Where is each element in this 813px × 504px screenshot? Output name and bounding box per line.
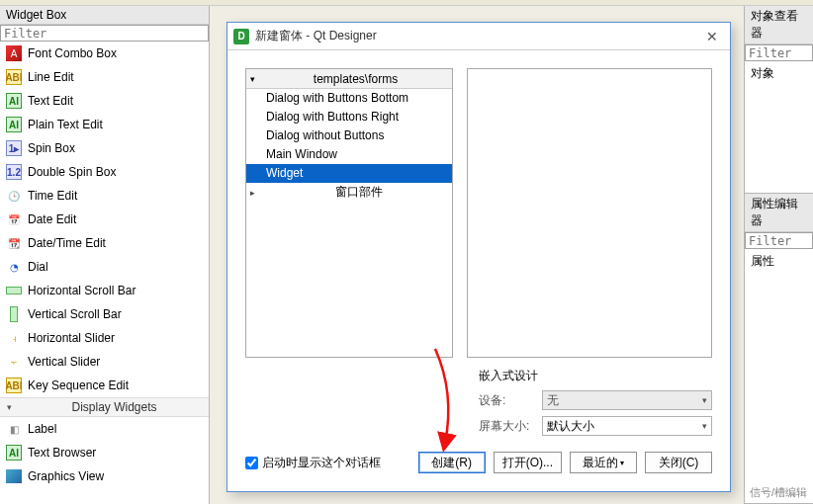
tree-group-widgets[interactable]: ▸ 窗口部件 [246,183,452,202]
tree-header-templates[interactable]: ▾ templates\forms [246,69,452,89]
close-button[interactable]: 关闭(C) [645,452,712,473]
widget-item-text-edit[interactable]: AIText Edit [0,89,209,113]
hscroll-icon [6,283,22,298]
tree-group-label: 窗口部件 [266,184,452,201]
widget-label: Text Browser [28,446,96,460]
embedded-design-section: 嵌入式设计 设备: 无▾ 屏幕大小: 默认大小▾ [245,368,712,436]
plaintext-icon: AI [6,117,22,132]
calendar-icon: 📅 [6,211,22,227]
recent-button[interactable]: 最近的▾ [570,452,637,473]
widget-item-graphics-view[interactable]: Graphics View [0,464,209,488]
widget-label: Date Edit [28,212,76,226]
keyseq-icon: ABI [6,378,22,393]
tree-item-main-window[interactable]: Main Window [246,145,452,164]
dialog-titlebar[interactable]: D 新建窗体 - Qt Designer ✕ [227,23,730,50]
widget-item-double-spin-box[interactable]: 1.2Double Spin Box [0,160,209,184]
widget-item-datetime-edit[interactable]: 📆Date/Time Edit [0,231,209,255]
chevron-down-icon: ▾ [702,395,707,405]
screen-size-combo[interactable]: 默认大小▾ [542,416,712,436]
group-display-widgets[interactable]: ▾ Display Widgets [0,397,209,417]
object-inspector-filter[interactable] [745,44,813,61]
close-icon[interactable]: ✕ [700,27,724,46]
device-value: 无 [547,392,559,409]
show-on-startup-input[interactable] [245,457,258,469]
widget-label: Double Spin Box [28,165,116,179]
template-tree: ▾ templates\forms Dialog with Buttons Bo… [245,68,453,358]
property-editor-filter[interactable] [745,232,813,249]
textbrowser-icon: AI [6,445,22,461]
chevron-down-icon: ▾ [2,400,16,414]
doublespin-icon: 1.2 [6,164,22,180]
graphicsview-icon [6,468,22,484]
font-icon: A [6,45,22,61]
vscroll-icon [6,306,22,322]
widget-label: Vertical Slider [28,355,100,369]
object-inspector-header: 对象 [745,61,813,101]
widget-item-dial[interactable]: ◔Dial [0,255,209,279]
widget-item-text-browser[interactable]: AIText Browser [0,441,209,464]
form-preview [467,68,712,358]
widget-item-spin-box[interactable]: 1▸Spin Box [0,136,209,160]
widget-item-line-edit[interactable]: ABILine Edit [0,65,209,89]
qt-designer-icon: D [233,29,249,44]
device-label: 设备: [479,392,538,409]
chevron-down-icon: ▾ [620,459,624,467]
device-combo[interactable]: 无▾ [542,390,712,410]
widget-label: Text Edit [28,94,73,108]
tree-item-widget[interactable]: Widget [246,164,452,183]
dial-icon: ◔ [6,259,22,275]
widget-label: Line Edit [28,70,74,84]
widget-label: Horizontal Scroll Bar [28,284,136,297]
tree-header-label: templates\forms [259,72,452,86]
widget-box-panel: Widget Box AFont Combo Box ABILine Edit … [0,6,210,504]
widget-item-font-combo-box[interactable]: AFont Combo Box [0,42,209,65]
widget-item-label[interactable]: ◧Label [0,417,209,441]
widget-item-plain-text-edit[interactable]: AIPlain Text Edit [0,113,209,136]
widget-label: Spin Box [28,141,75,155]
group-label: Display Widgets [20,400,209,414]
widget-item-vslider[interactable]: ⫟Vertical Slider [0,350,209,374]
tree-item-dialog-buttons-right[interactable]: Dialog with Buttons Right [246,108,452,126]
widget-item-vscrollbar[interactable]: Vertical Scroll Bar [0,302,209,326]
tree-item-dialog-buttons-bottom[interactable]: Dialog with Buttons Bottom [246,89,452,108]
chevron-down-icon: ▾ [702,421,707,431]
clock-icon: 🕒 [6,188,22,204]
widget-box-filter-input[interactable] [0,25,209,42]
new-form-dialog: D 新建窗体 - Qt Designer ✕ ▾ templates\forms… [226,22,731,492]
widget-label: Font Combo Box [28,46,117,60]
open-button[interactable]: 打开(O)... [494,452,562,473]
widget-label: Vertical Scroll Bar [28,307,122,321]
show-on-startup-label: 启动时显示这个对话框 [262,455,381,471]
screen-size-value: 默认大小 [547,418,594,435]
signal-slot-editor-label: 信号/槽编辑 [750,485,807,500]
widget-label: Label [28,422,56,436]
widget-item-keyseq[interactable]: ABIKey Sequence Edit [0,374,209,397]
widget-item-hscrollbar[interactable]: Horizontal Scroll Bar [0,279,209,302]
textedit-icon: AI [6,93,22,109]
widget-label: Date/Time Edit [28,236,106,250]
hslider-icon: ⫞ [6,330,22,346]
property-editor-panel: 属性编辑器 属性 [745,194,813,504]
widget-label: Horizontal Slider [28,331,115,345]
vslider-icon: ⫟ [6,354,22,370]
widget-item-hslider[interactable]: ⫞Horizontal Slider [0,326,209,350]
widget-item-date-edit[interactable]: 📅Date Edit [0,208,209,231]
lineedit-icon: ABI [6,69,22,85]
chevron-right-icon: ▸ [250,188,260,198]
show-on-startup-checkbox[interactable]: 启动时显示这个对话框 [245,455,410,471]
spinbox-icon: 1▸ [6,140,22,156]
property-editor-title: 属性编辑器 [745,194,813,232]
embedded-title: 嵌入式设计 [479,368,712,384]
widget-label: Plain Text Edit [28,118,103,131]
chevron-down-icon: ▾ [250,74,255,84]
recent-label: 最近的 [583,455,618,471]
widget-label: Graphics View [28,469,104,483]
widget-list: AFont Combo Box ABILine Edit AIText Edit… [0,42,209,504]
widget-item-time-edit[interactable]: 🕒Time Edit [0,184,209,208]
property-editor-header: 属性 [745,249,813,289]
tree-item-dialog-no-buttons[interactable]: Dialog without Buttons [246,126,452,145]
dialog-title: 新建窗体 - Qt Designer [255,28,694,44]
create-button[interactable]: 创建(R) [418,452,486,473]
widget-box-title: Widget Box [0,6,209,25]
datetime-icon: 📆 [6,235,22,251]
